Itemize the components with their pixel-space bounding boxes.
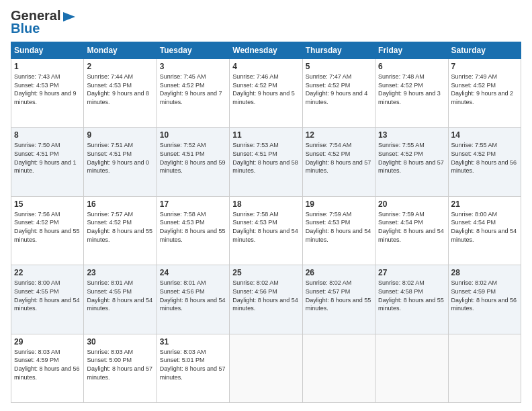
day-number: 16 <box>87 199 153 209</box>
calendar-cell: 18Sunrise: 7:58 AMSunset: 4:53 PMDayligh… <box>230 196 302 265</box>
calendar-cell: 31Sunrise: 8:03 AMSunset: 5:01 PMDayligh… <box>157 334 229 402</box>
day-number: 2 <box>87 62 153 71</box>
calendar-cell: 3Sunrise: 7:45 AMSunset: 4:52 PMDaylight… <box>157 59 229 128</box>
calendar-cell: 2Sunrise: 7:44 AMSunset: 4:53 PMDaylight… <box>84 59 157 128</box>
day-number: 19 <box>306 199 372 209</box>
calendar-cell: 27Sunrise: 8:02 AMSunset: 4:58 PMDayligh… <box>375 265 448 334</box>
day-number: 4 <box>232 62 299 71</box>
calendar-cell: 4Sunrise: 7:46 AMSunset: 4:52 PMDaylight… <box>230 59 302 128</box>
calendar-week-4: 22Sunrise: 8:00 AMSunset: 4:55 PMDayligh… <box>11 265 521 334</box>
calendar-cell: 11Sunrise: 7:53 AMSunset: 4:51 PMDayligh… <box>230 128 302 196</box>
day-number: 14 <box>451 130 518 140</box>
cell-details: Sunrise: 8:03 AMSunset: 4:59 PMDaylight:… <box>14 349 80 381</box>
cell-details: Sunrise: 8:03 AMSunset: 5:01 PMDaylight:… <box>160 349 226 381</box>
calendar-cell: 15Sunrise: 7:56 AMSunset: 4:52 PMDayligh… <box>11 196 84 265</box>
weekday-header-tuesday: Tuesday <box>157 42 229 59</box>
calendar-cell: 14Sunrise: 7:55 AMSunset: 4:52 PMDayligh… <box>448 128 521 196</box>
cell-details: Sunrise: 8:02 AMSunset: 4:59 PMDaylight:… <box>451 279 517 312</box>
day-number: 8 <box>14 130 81 140</box>
cell-details: Sunrise: 7:53 AMSunset: 4:51 PMDaylight:… <box>232 142 298 174</box>
cell-details: Sunrise: 8:00 AMSunset: 4:54 PMDaylight:… <box>451 211 517 243</box>
calendar-cell: 17Sunrise: 7:58 AMSunset: 4:53 PMDayligh… <box>157 196 229 265</box>
page: General Blue SundayMondayTuesdayWednesda… <box>0 0 532 411</box>
calendar-cell: 6Sunrise: 7:48 AMSunset: 4:52 PMDaylight… <box>375 59 448 128</box>
day-number: 31 <box>160 337 226 347</box>
day-number: 29 <box>14 337 81 347</box>
weekday-header-sunday: Sunday <box>11 42 84 59</box>
day-number: 1 <box>14 62 81 71</box>
cell-details: Sunrise: 7:54 AMSunset: 4:52 PMDaylight:… <box>306 142 371 174</box>
day-number: 27 <box>378 268 445 277</box>
header: General Blue <box>11 8 521 36</box>
day-number: 24 <box>160 268 226 277</box>
day-number: 12 <box>306 130 372 140</box>
weekday-header-monday: Monday <box>84 42 157 59</box>
day-number: 23 <box>87 268 153 277</box>
calendar-cell: 20Sunrise: 7:59 AMSunset: 4:54 PMDayligh… <box>375 196 448 265</box>
cell-details: Sunrise: 7:57 AMSunset: 4:52 PMDaylight:… <box>87 211 152 243</box>
cell-details: Sunrise: 8:03 AMSunset: 5:00 PMDaylight:… <box>87 349 152 381</box>
day-number: 11 <box>232 130 299 140</box>
calendar-cell: 12Sunrise: 7:54 AMSunset: 4:52 PMDayligh… <box>302 128 375 196</box>
calendar-week-3: 15Sunrise: 7:56 AMSunset: 4:52 PMDayligh… <box>11 196 521 265</box>
day-number: 9 <box>87 130 153 140</box>
cell-details: Sunrise: 7:55 AMSunset: 4:52 PMDaylight:… <box>378 142 444 174</box>
cell-details: Sunrise: 8:02 AMSunset: 4:57 PMDaylight:… <box>306 279 371 312</box>
calendar-cell: 10Sunrise: 7:52 AMSunset: 4:51 PMDayligh… <box>157 128 229 196</box>
weekday-header-thursday: Thursday <box>302 42 375 59</box>
calendar-cell: 19Sunrise: 7:59 AMSunset: 4:53 PMDayligh… <box>302 196 375 265</box>
logo: General Blue <box>11 8 77 36</box>
calendar-cell: 8Sunrise: 7:50 AMSunset: 4:51 PMDaylight… <box>11 128 84 196</box>
day-number: 6 <box>378 62 445 71</box>
calendar-cell: 25Sunrise: 8:02 AMSunset: 4:56 PMDayligh… <box>230 265 302 334</box>
cell-details: Sunrise: 7:51 AMSunset: 4:51 PMDaylight:… <box>87 142 149 174</box>
calendar-week-1: 1Sunrise: 7:43 AMSunset: 4:53 PMDaylight… <box>11 59 521 128</box>
calendar-table: SundayMondayTuesdayWednesdayThursdayFrid… <box>11 42 521 403</box>
day-number: 25 <box>232 268 299 277</box>
calendar-header-row: SundayMondayTuesdayWednesdayThursdayFrid… <box>11 42 521 59</box>
calendar-cell: 24Sunrise: 8:01 AMSunset: 4:56 PMDayligh… <box>157 265 229 334</box>
day-number: 13 <box>378 130 445 140</box>
calendar-cell <box>448 334 521 402</box>
day-number: 15 <box>14 199 81 209</box>
calendar-cell <box>375 334 448 402</box>
calendar-cell <box>230 334 302 402</box>
weekday-header-friday: Friday <box>375 42 448 59</box>
weekday-header-saturday: Saturday <box>448 42 521 59</box>
svg-marker-0 <box>63 12 75 21</box>
calendar-cell: 21Sunrise: 8:00 AMSunset: 4:54 PMDayligh… <box>448 196 521 265</box>
calendar-cell: 5Sunrise: 7:47 AMSunset: 4:52 PMDaylight… <box>302 59 375 128</box>
day-number: 30 <box>87 337 153 347</box>
calendar-cell <box>302 334 375 402</box>
day-number: 28 <box>451 268 518 277</box>
day-number: 20 <box>378 199 445 209</box>
cell-details: Sunrise: 7:52 AMSunset: 4:51 PMDaylight:… <box>160 142 226 174</box>
cell-details: Sunrise: 8:01 AMSunset: 4:55 PMDaylight:… <box>87 279 152 312</box>
day-number: 26 <box>306 268 372 277</box>
cell-details: Sunrise: 8:02 AMSunset: 4:58 PMDaylight:… <box>378 279 444 312</box>
cell-details: Sunrise: 8:02 AMSunset: 4:56 PMDaylight:… <box>232 279 298 312</box>
logo-blue: Blue <box>11 21 40 36</box>
cell-details: Sunrise: 7:47 AMSunset: 4:52 PMDaylight:… <box>306 73 368 105</box>
cell-details: Sunrise: 7:45 AMSunset: 4:52 PMDaylight:… <box>160 73 222 105</box>
cell-details: Sunrise: 7:56 AMSunset: 4:52 PMDaylight:… <box>14 211 80 243</box>
cell-details: Sunrise: 7:59 AMSunset: 4:54 PMDaylight:… <box>378 211 444 243</box>
calendar-cell: 7Sunrise: 7:49 AMSunset: 4:52 PMDaylight… <box>448 59 521 128</box>
cell-details: Sunrise: 7:48 AMSunset: 4:52 PMDaylight:… <box>378 73 441 105</box>
cell-details: Sunrise: 7:50 AMSunset: 4:51 PMDaylight:… <box>14 142 77 174</box>
day-number: 10 <box>160 130 226 140</box>
cell-details: Sunrise: 7:58 AMSunset: 4:53 PMDaylight:… <box>160 211 226 243</box>
day-number: 7 <box>451 62 518 71</box>
day-number: 21 <box>451 199 518 209</box>
cell-details: Sunrise: 7:43 AMSunset: 4:53 PMDaylight:… <box>14 73 77 105</box>
calendar-cell: 26Sunrise: 8:02 AMSunset: 4:57 PMDayligh… <box>302 265 375 334</box>
calendar-week-5: 29Sunrise: 8:03 AMSunset: 4:59 PMDayligh… <box>11 334 521 402</box>
cell-details: Sunrise: 7:55 AMSunset: 4:52 PMDaylight:… <box>451 142 517 174</box>
cell-details: Sunrise: 7:59 AMSunset: 4:53 PMDaylight:… <box>306 211 371 243</box>
day-number: 5 <box>306 62 372 71</box>
day-number: 17 <box>160 199 226 209</box>
calendar-cell: 29Sunrise: 8:03 AMSunset: 4:59 PMDayligh… <box>11 334 84 402</box>
weekday-header-wednesday: Wednesday <box>230 42 302 59</box>
calendar-cell: 1Sunrise: 7:43 AMSunset: 4:53 PMDaylight… <box>11 59 84 128</box>
cell-details: Sunrise: 8:01 AMSunset: 4:56 PMDaylight:… <box>160 279 226 312</box>
